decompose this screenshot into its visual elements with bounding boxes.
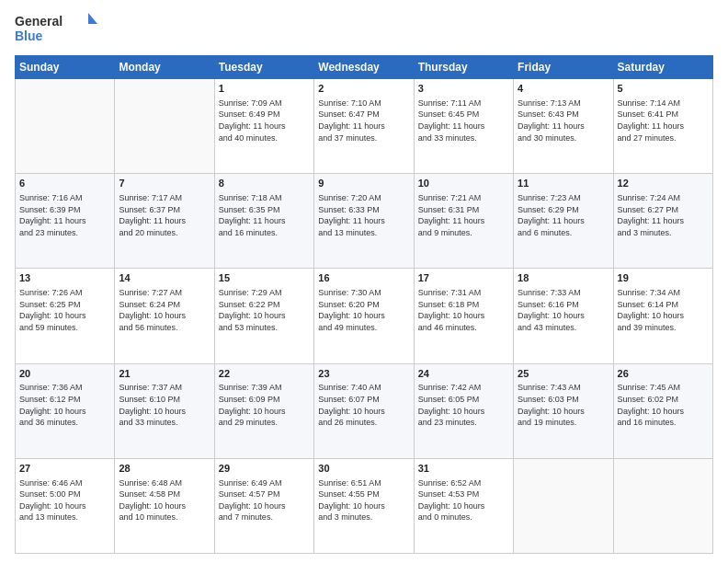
day-info: Sunrise: 7:21 AM Sunset: 6:31 PM Dayligh…	[418, 192, 509, 238]
day-info: Sunrise: 7:26 AM Sunset: 6:25 PM Dayligh…	[19, 287, 110, 333]
day-number: 29	[219, 462, 310, 476]
day-info: Sunrise: 7:43 AM Sunset: 6:03 PM Dayligh…	[518, 382, 609, 428]
day-cell: 16Sunrise: 7:30 AM Sunset: 6:20 PM Dayli…	[314, 269, 414, 363]
day-cell: 13Sunrise: 7:26 AM Sunset: 6:25 PM Dayli…	[16, 269, 115, 363]
day-info: Sunrise: 7:11 AM Sunset: 6:45 PM Dayligh…	[418, 98, 509, 144]
day-number: 26	[618, 367, 709, 381]
day-cell: 4Sunrise: 7:13 AM Sunset: 6:43 PM Daylig…	[514, 79, 613, 174]
svg-text:Blue: Blue	[15, 29, 43, 43]
day-info: Sunrise: 7:34 AM Sunset: 6:14 PM Dayligh…	[618, 287, 709, 333]
day-number: 5	[618, 82, 709, 96]
day-info: Sunrise: 6:52 AM Sunset: 4:53 PM Dayligh…	[418, 477, 509, 523]
week-row-2: 6Sunrise: 7:16 AM Sunset: 6:39 PM Daylig…	[16, 174, 713, 269]
day-number: 17	[418, 271, 509, 285]
logo-svg: General Blue	[15, 11, 97, 48]
day-info: Sunrise: 6:46 AM Sunset: 5:00 PM Dayligh…	[19, 477, 110, 523]
day-number: 3	[418, 82, 509, 96]
weekday-monday: Monday	[115, 56, 214, 79]
day-number: 28	[119, 462, 210, 476]
day-cell: 23Sunrise: 7:40 AM Sunset: 6:07 PM Dayli…	[314, 363, 414, 458]
day-number: 14	[119, 271, 210, 285]
day-info: Sunrise: 7:30 AM Sunset: 6:20 PM Dayligh…	[318, 287, 409, 333]
day-number: 16	[318, 271, 409, 285]
day-cell: 2Sunrise: 7:10 AM Sunset: 6:47 PM Daylig…	[314, 79, 414, 174]
day-info: Sunrise: 7:36 AM Sunset: 6:12 PM Dayligh…	[19, 382, 110, 428]
day-info: Sunrise: 6:48 AM Sunset: 4:58 PM Dayligh…	[119, 477, 210, 523]
day-info: Sunrise: 7:18 AM Sunset: 6:35 PM Dayligh…	[219, 192, 310, 238]
day-cell	[115, 79, 214, 174]
day-number: 11	[518, 177, 609, 190]
day-cell: 7Sunrise: 7:17 AM Sunset: 6:37 PM Daylig…	[115, 174, 214, 269]
day-number: 4	[518, 82, 609, 96]
day-number: 24	[418, 367, 509, 381]
weekday-tuesday: Tuesday	[214, 56, 313, 79]
day-cell: 25Sunrise: 7:43 AM Sunset: 6:03 PM Dayli…	[514, 363, 613, 458]
day-info: Sunrise: 7:14 AM Sunset: 6:41 PM Dayligh…	[618, 98, 709, 144]
day-cell: 27Sunrise: 6:46 AM Sunset: 5:00 PM Dayli…	[16, 458, 115, 553]
day-number: 9	[318, 177, 409, 190]
day-info: Sunrise: 7:23 AM Sunset: 6:29 PM Dayligh…	[518, 192, 609, 238]
weekday-thursday: Thursday	[414, 56, 513, 79]
day-cell: 10Sunrise: 7:21 AM Sunset: 6:31 PM Dayli…	[414, 174, 513, 269]
day-cell: 30Sunrise: 6:51 AM Sunset: 4:55 PM Dayli…	[314, 458, 414, 553]
day-info: Sunrise: 7:13 AM Sunset: 6:43 PM Dayligh…	[518, 98, 609, 144]
day-cell: 21Sunrise: 7:37 AM Sunset: 6:10 PM Dayli…	[115, 363, 214, 458]
day-number: 25	[518, 367, 609, 381]
weekday-saturday: Saturday	[613, 56, 712, 79]
day-cell: 22Sunrise: 7:39 AM Sunset: 6:09 PM Dayli…	[214, 363, 313, 458]
day-cell: 8Sunrise: 7:18 AM Sunset: 6:35 PM Daylig…	[214, 174, 313, 269]
day-cell: 26Sunrise: 7:45 AM Sunset: 6:02 PM Dayli…	[613, 363, 712, 458]
weekday-header-row: SundayMondayTuesdayWednesdayThursdayFrid…	[16, 56, 713, 79]
day-number: 2	[318, 82, 409, 96]
weekday-wednesday: Wednesday	[314, 56, 414, 79]
day-cell: 15Sunrise: 7:29 AM Sunset: 6:22 PM Dayli…	[214, 269, 313, 363]
day-info: Sunrise: 7:20 AM Sunset: 6:33 PM Dayligh…	[318, 192, 409, 238]
day-number: 21	[119, 367, 210, 381]
day-number: 1	[219, 82, 310, 96]
day-cell: 31Sunrise: 6:52 AM Sunset: 4:53 PM Dayli…	[414, 458, 513, 553]
svg-marker-2	[88, 13, 97, 24]
day-info: Sunrise: 7:45 AM Sunset: 6:02 PM Dayligh…	[618, 382, 709, 428]
calendar-table: SundayMondayTuesdayWednesdayThursdayFrid…	[15, 55, 713, 554]
day-number: 27	[19, 462, 110, 476]
day-info: Sunrise: 6:51 AM Sunset: 4:55 PM Dayligh…	[318, 477, 409, 523]
day-number: 30	[318, 462, 409, 476]
svg-text:General: General	[15, 14, 63, 29]
day-cell	[514, 458, 613, 553]
day-cell: 5Sunrise: 7:14 AM Sunset: 6:41 PM Daylig…	[613, 79, 712, 174]
day-info: Sunrise: 6:49 AM Sunset: 4:57 PM Dayligh…	[219, 477, 310, 523]
day-cell: 12Sunrise: 7:24 AM Sunset: 6:27 PM Dayli…	[613, 174, 712, 269]
day-number: 8	[219, 177, 310, 190]
logo: General Blue	[15, 11, 97, 48]
day-info: Sunrise: 7:27 AM Sunset: 6:24 PM Dayligh…	[119, 287, 210, 333]
day-info: Sunrise: 7:29 AM Sunset: 6:22 PM Dayligh…	[219, 287, 310, 333]
day-number: 20	[19, 367, 110, 381]
day-number: 31	[418, 462, 509, 476]
day-info: Sunrise: 7:42 AM Sunset: 6:05 PM Dayligh…	[418, 382, 509, 428]
weekday-sunday: Sunday	[16, 56, 115, 79]
day-info: Sunrise: 7:33 AM Sunset: 6:16 PM Dayligh…	[518, 287, 609, 333]
day-info: Sunrise: 7:40 AM Sunset: 6:07 PM Dayligh…	[318, 382, 409, 428]
day-number: 18	[518, 271, 609, 285]
day-info: Sunrise: 7:24 AM Sunset: 6:27 PM Dayligh…	[618, 192, 709, 238]
day-cell: 18Sunrise: 7:33 AM Sunset: 6:16 PM Dayli…	[514, 269, 613, 363]
day-info: Sunrise: 7:37 AM Sunset: 6:10 PM Dayligh…	[119, 382, 210, 428]
day-cell: 24Sunrise: 7:42 AM Sunset: 6:05 PM Dayli…	[414, 363, 513, 458]
day-cell: 28Sunrise: 6:48 AM Sunset: 4:58 PM Dayli…	[115, 458, 214, 553]
header: General Blue	[15, 11, 713, 48]
day-number: 10	[418, 177, 509, 190]
day-number: 23	[318, 367, 409, 381]
day-info: Sunrise: 7:39 AM Sunset: 6:09 PM Dayligh…	[219, 382, 310, 428]
week-row-1: 1Sunrise: 7:09 AM Sunset: 6:49 PM Daylig…	[16, 79, 713, 174]
day-cell: 29Sunrise: 6:49 AM Sunset: 4:57 PM Dayli…	[214, 458, 313, 553]
day-info: Sunrise: 7:09 AM Sunset: 6:49 PM Dayligh…	[219, 98, 310, 144]
day-cell: 11Sunrise: 7:23 AM Sunset: 6:29 PM Dayli…	[514, 174, 613, 269]
day-cell: 20Sunrise: 7:36 AM Sunset: 6:12 PM Dayli…	[16, 363, 115, 458]
day-number: 6	[19, 177, 110, 190]
day-cell: 6Sunrise: 7:16 AM Sunset: 6:39 PM Daylig…	[16, 174, 115, 269]
week-row-4: 20Sunrise: 7:36 AM Sunset: 6:12 PM Dayli…	[16, 363, 713, 458]
day-cell: 3Sunrise: 7:11 AM Sunset: 6:45 PM Daylig…	[414, 79, 513, 174]
day-info: Sunrise: 7:10 AM Sunset: 6:47 PM Dayligh…	[318, 98, 409, 144]
day-cell: 1Sunrise: 7:09 AM Sunset: 6:49 PM Daylig…	[214, 79, 313, 174]
day-number: 13	[19, 271, 110, 285]
